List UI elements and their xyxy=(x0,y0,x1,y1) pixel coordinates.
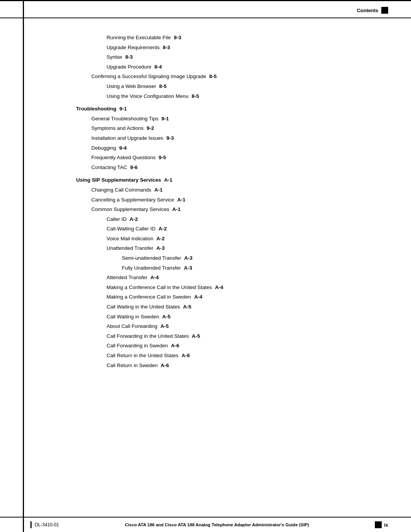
toc-entry-page: A-1 xyxy=(172,205,181,214)
footer-right: ix xyxy=(375,521,388,528)
toc-entry: Semi-unattended TransferA-3 xyxy=(76,254,373,262)
page: Contents Running the Executable File8-3U… xyxy=(0,0,411,532)
toc-entry-page: A-1 xyxy=(177,196,186,204)
left-border xyxy=(23,0,24,532)
toc-entry-page: A-6 xyxy=(182,351,190,360)
toc-entry-title: Syntax xyxy=(107,53,122,61)
toc-entry-page: A-5 xyxy=(183,303,191,311)
toc-entry-page: A-4 xyxy=(150,273,159,282)
toc-entry-title: Call-Waiting Caller ID xyxy=(107,225,156,233)
toc-entry: Running the Executable File8-3 xyxy=(76,34,373,42)
top-border xyxy=(0,0,411,1)
toc-entry-title: Troubleshooting xyxy=(76,105,116,113)
toc-entry-page: A-5 xyxy=(162,313,170,321)
toc-entry-title: Common Supplementary Services xyxy=(91,205,169,214)
toc-entry: Installation and Upgrade Issues9-3 xyxy=(76,134,373,142)
toc-entry: Call Return in SwedenA-6 xyxy=(76,361,373,370)
toc-entry-page: A-2 xyxy=(156,235,165,243)
toc-entry-page: A-6 xyxy=(171,342,179,350)
toc-entry-title: Making a Conference Call in the United S… xyxy=(107,283,212,292)
toc-entry-title: Changing Call Commands xyxy=(91,186,151,194)
toc-entry-page: 8-4 xyxy=(155,63,162,71)
toc-content: Running the Executable File8-3Upgrade Re… xyxy=(0,18,411,386)
toc-entry: Cancelling a Supplementary ServiceA-1 xyxy=(76,196,373,204)
toc-entry: Call Waiting in the United StatesA-5 xyxy=(76,303,373,311)
header-box-icon xyxy=(381,7,388,14)
page-header: Contents xyxy=(0,0,411,18)
toc-entry-page: 9-2 xyxy=(147,124,154,133)
header-label: Contents xyxy=(357,8,378,13)
toc-entry-page: A-4 xyxy=(194,293,202,301)
toc-entry-page: 9-5 xyxy=(159,153,166,162)
toc-entry-page: A-3 xyxy=(184,254,193,262)
toc-entry-title: Caller ID xyxy=(107,215,127,224)
toc-entry-page: 8-3 xyxy=(163,43,170,52)
toc-entry-page: A-1 xyxy=(155,186,163,194)
footer-page-number: ix xyxy=(384,522,388,528)
toc-entry-page: 8-5 xyxy=(159,82,167,91)
toc-entry-title: Unattended Transfer xyxy=(107,244,153,252)
toc-entry-title: Voice Mail Indication xyxy=(107,235,153,243)
toc-entry: Changing Call CommandsA-1 xyxy=(76,186,373,194)
toc-entry-title: Running the Executable File xyxy=(107,34,171,42)
toc-entry-title: Call Return in Sweden xyxy=(107,361,158,370)
toc-entry: Caller IDA-2 xyxy=(76,215,373,224)
toc-entry: Call Return in the United StatesA-6 xyxy=(76,351,373,360)
toc-entry: Upgrade Procedure8-4 xyxy=(76,63,373,71)
toc-entry-title: Attended Transfer xyxy=(107,273,147,282)
toc-entry: Unattended TransferA-3 xyxy=(76,244,373,252)
toc-entry-title: About Call Forwarding xyxy=(107,322,158,331)
footer-left-bar xyxy=(30,521,32,528)
toc-entry: Confirming a Successful Signaling Image … xyxy=(76,72,373,81)
toc-entry: Debugging9-4 xyxy=(76,144,373,152)
toc-entry-title: Symptoms and Actions xyxy=(91,124,143,133)
toc-entry-title: Contacting TAC xyxy=(91,163,127,172)
toc-entry-page: 8-3 xyxy=(125,53,133,61)
toc-entry: Using the Voice Configuration Menu8-5 xyxy=(76,92,373,101)
toc-entry-title: Call Waiting in Sweden xyxy=(107,313,159,321)
toc-entry: Syntax8-3 xyxy=(76,53,373,61)
toc-entry: Call-Waiting Caller IDA-2 xyxy=(76,225,373,233)
header-contents: Contents xyxy=(357,7,388,14)
toc-entry-title: Debugging xyxy=(91,144,116,152)
toc-entry-page: A-1 xyxy=(164,176,172,184)
toc-entry-page: 9-6 xyxy=(130,163,138,172)
toc-entry-page: A-2 xyxy=(159,225,167,233)
toc-entry: Making a Conference Call in SwedenA-4 xyxy=(76,293,373,301)
toc-entry-page: A-2 xyxy=(130,215,138,224)
toc-entry: Making a Conference Call in the United S… xyxy=(76,283,373,292)
toc-entry-title: Making a Conference Call in Sweden xyxy=(107,293,191,301)
toc-entry-page: 8-5 xyxy=(209,72,217,81)
toc-entry-title: Upgrade Requirements xyxy=(107,43,160,52)
toc-entry: Call Forwarding in SwedenA-6 xyxy=(76,342,373,350)
toc-entry-page: A-3 xyxy=(156,244,165,252)
toc-entry: Call Waiting in SwedenA-5 xyxy=(76,313,373,321)
toc-entry: Upgrade Requirements8-3 xyxy=(76,43,373,52)
toc-entry: About Call ForwardingA-5 xyxy=(76,322,373,331)
toc-entry-title: Fully Unattended Transfer xyxy=(122,264,181,272)
toc-entry-page: 9-4 xyxy=(119,144,127,152)
toc-entry-title: Using the Voice Configuration Menu xyxy=(107,92,188,101)
footer-doc-number: OL-3410-01 xyxy=(35,522,59,527)
toc-entry-page: A-5 xyxy=(192,332,200,340)
toc-entry: Voice Mail IndicationA-2 xyxy=(76,235,373,243)
toc-entry: Common Supplementary ServicesA-1 xyxy=(76,205,373,214)
footer-left: OL-3410-01 xyxy=(30,521,59,528)
toc-entry-title: Using SIP Supplementary Services xyxy=(76,176,161,184)
toc-entry-page: 9-3 xyxy=(166,134,174,142)
toc-entry-title: Installation and Upgrade Issues xyxy=(91,134,163,142)
toc-entry: Frequently Asked Questions9-5 xyxy=(76,153,373,162)
footer-center-label: Cisco ATA 186 and Cisco ATA 188 Analog T… xyxy=(59,522,375,527)
toc-entry: Symptoms and Actions9-2 xyxy=(76,124,373,133)
toc-entry-page: 8-3 xyxy=(174,34,182,42)
toc-entry-title: Upgrade Procedure xyxy=(107,63,151,71)
footer-right-box xyxy=(375,521,382,528)
toc-entry-title: Using a Web Browser xyxy=(107,82,156,91)
page-footer: OL-3410-01 Cisco ATA 186 and Cisco ATA 1… xyxy=(0,517,411,532)
toc-entry-title: Confirming a Successful Signaling Image … xyxy=(91,72,206,81)
toc-entry-title: Semi-unattended Transfer xyxy=(122,254,181,262)
toc-entry-page: A-6 xyxy=(161,361,169,370)
toc-entry-page: A-4 xyxy=(215,283,223,292)
toc-entry-page: 9-1 xyxy=(161,115,169,123)
toc-entry: Using a Web Browser8-5 xyxy=(76,82,373,91)
